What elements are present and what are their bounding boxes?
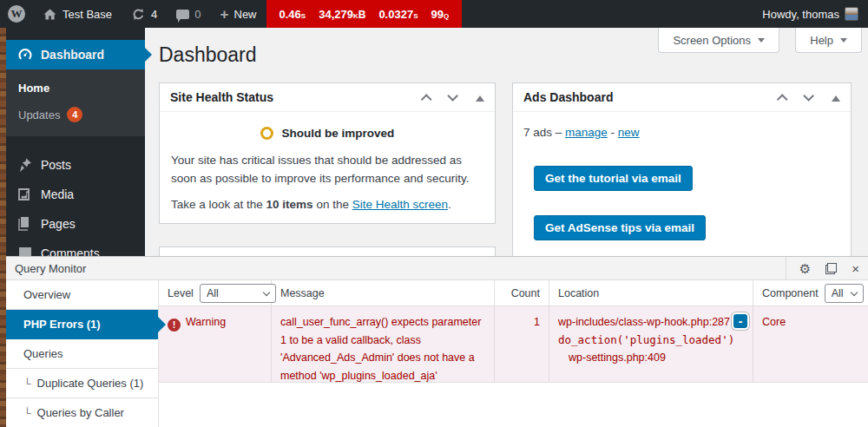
component-filter-select[interactable]: All bbox=[825, 284, 864, 303]
health-description: Your site has critical issues that shoul… bbox=[160, 140, 495, 188]
widget-header: Ads Dashboard bbox=[513, 83, 851, 112]
location-parent-line: wp-settings.php:409 bbox=[558, 349, 744, 367]
sidebar-item-label: Pages bbox=[41, 217, 76, 231]
health-status-text: Should be improved bbox=[282, 127, 395, 140]
screen-options-button[interactable]: Screen Options bbox=[658, 28, 779, 53]
comments-menu[interactable]: 0 bbox=[167, 0, 210, 28]
update-count: 4 bbox=[151, 8, 157, 21]
help-button[interactable]: Help bbox=[795, 28, 862, 53]
db-query-count: 99q bbox=[431, 8, 450, 21]
new-ad-link[interactable]: new bbox=[618, 126, 640, 139]
link-line-prefix: Take a look at the bbox=[171, 198, 266, 211]
level-filter-select[interactable]: All bbox=[200, 284, 276, 303]
qm-panel-title: Query Monitor bbox=[15, 262, 86, 275]
qm-nav: Overview PHP Errors (1) Queries Duplicat… bbox=[6, 280, 159, 427]
collapse-toggle-icon[interactable] bbox=[476, 91, 484, 102]
count-column-header: Count bbox=[511, 287, 540, 299]
home-icon bbox=[43, 7, 57, 22]
screen-options-label: Screen Options bbox=[673, 34, 751, 47]
update-icon bbox=[131, 7, 146, 22]
location-caller-line: do_action('plugins_loaded') bbox=[558, 332, 744, 350]
submenu-item-updates[interactable]: Updates 4 bbox=[6, 101, 145, 128]
wordpress-menu[interactable]: W bbox=[0, 0, 33, 28]
link-line-suffix: . bbox=[448, 198, 451, 211]
warning-icon: ! bbox=[168, 319, 181, 332]
location-cell: wp-includes/class-wp-hook.php:287 do_act… bbox=[549, 306, 753, 382]
link-line-mid: on the bbox=[313, 198, 352, 211]
qm-nav-php-errors[interactable]: PHP Errors (1) bbox=[6, 310, 158, 339]
message-column-header: Message bbox=[280, 287, 325, 299]
sidebar-item-posts[interactable]: Posts bbox=[6, 150, 145, 180]
health-status-line: Should be improved bbox=[160, 127, 495, 140]
widget-title: Site Health Status bbox=[170, 90, 273, 104]
new-content-menu[interactable]: + New bbox=[211, 0, 266, 28]
move-up-icon[interactable] bbox=[421, 94, 432, 105]
my-account-menu[interactable]: Howdy, thomas bbox=[753, 7, 868, 21]
new-label: New bbox=[234, 8, 257, 21]
sidebar-item-label: Media bbox=[41, 187, 74, 201]
level-column-header: Level bbox=[168, 287, 194, 299]
php-warning-row: !Warning call_user_func_array() expects … bbox=[159, 306, 868, 383]
updates-count-badge: 4 bbox=[67, 107, 82, 122]
qm-nav-queries-by-caller[interactable]: Queries by Caller bbox=[6, 398, 158, 427]
warning-level-text: Warning bbox=[186, 316, 226, 328]
media-icon bbox=[16, 186, 34, 203]
qm-nav-queries[interactable]: Queries bbox=[6, 339, 158, 369]
menu-separator bbox=[6, 136, 145, 150]
submenu-item-label: Home bbox=[18, 82, 49, 95]
qm-popout-window-icon[interactable] bbox=[825, 263, 837, 274]
query-monitor-panel: Query Monitor ⚙ × Overview PHP Errors (1… bbox=[6, 256, 868, 427]
submenu-item-label: Updates bbox=[18, 108, 60, 122]
comment-count: 0 bbox=[194, 8, 201, 21]
submenu-item-home[interactable]: Home bbox=[6, 76, 145, 101]
ads-count-line: 7 ads – manage - new bbox=[513, 112, 851, 139]
dashboard-submenu: Home Updates 4 bbox=[6, 69, 145, 136]
page-title: Dashboard bbox=[159, 43, 257, 67]
items-count-text: 10 items bbox=[266, 198, 313, 211]
move-down-icon[interactable] bbox=[803, 90, 814, 102]
component-column-header: Component bbox=[762, 287, 819, 299]
updates-menu[interactable]: 4 bbox=[122, 0, 167, 28]
site-health-screen-link[interactable]: Site Health screen bbox=[352, 198, 448, 211]
component-cell: Core bbox=[753, 306, 868, 382]
qm-nav-overview[interactable]: Overview bbox=[6, 280, 158, 310]
message-cell: call_user_func_array() expects parameter… bbox=[272, 306, 495, 382]
manage-ads-link[interactable]: manage bbox=[565, 126, 608, 139]
pushpin-icon bbox=[16, 156, 34, 174]
site-name-menu[interactable]: Test Base bbox=[33, 0, 122, 28]
caret-down-icon bbox=[758, 38, 765, 46]
collapse-toggle-icon[interactable] bbox=[832, 91, 840, 102]
sidebar-item-media[interactable]: Media bbox=[6, 180, 145, 209]
howdy-text: Howdy, thomas bbox=[762, 8, 839, 21]
move-down-icon[interactable] bbox=[447, 90, 458, 102]
memory-usage: 34,279kB bbox=[319, 8, 365, 21]
site-name: Test Base bbox=[62, 8, 112, 21]
caret-down-icon bbox=[840, 38, 847, 46]
qm-close-icon[interactable]: × bbox=[852, 262, 859, 275]
help-label: Help bbox=[810, 34, 833, 47]
health-status-ring-icon bbox=[260, 127, 273, 140]
wordpress-logo-icon: W bbox=[8, 5, 25, 23]
db-query-time: 0.0327s bbox=[378, 8, 418, 21]
adsense-tips-email-button[interactable]: Get AdSense tips via email bbox=[534, 215, 706, 240]
comment-icon bbox=[176, 10, 189, 19]
ads-count-text: 7 ads – bbox=[523, 126, 565, 139]
qm-settings-gear-icon[interactable]: ⚙ bbox=[799, 262, 811, 275]
site-health-widget: Site Health Status Should be improved Yo… bbox=[159, 82, 496, 224]
avatar bbox=[845, 7, 858, 21]
location-file-line: wp-includes/class-wp-hook.php:287 bbox=[558, 313, 744, 332]
sidebar-item-label: Dashboard bbox=[41, 48, 104, 62]
sidebar-item-label: Posts bbox=[41, 158, 71, 172]
collapse-stack-trace-button[interactable]: - bbox=[732, 312, 749, 330]
sidebar-item-pages[interactable]: Pages bbox=[6, 209, 145, 239]
health-link-line: Take a look at the 10 items on the Site … bbox=[160, 188, 495, 211]
query-monitor-stats-badge[interactable]: 0.46s 34,279kB 0.0327s 99q bbox=[266, 0, 463, 28]
move-up-icon[interactable] bbox=[777, 94, 788, 105]
sidebar-item-dashboard[interactable]: Dashboard bbox=[6, 40, 145, 69]
pages-icon bbox=[16, 215, 34, 233]
qm-title-bar[interactable]: Query Monitor ⚙ × bbox=[6, 257, 868, 280]
tutorial-email-button[interactable]: Get the tutorial via email bbox=[534, 166, 693, 191]
count-cell: 1 bbox=[495, 306, 549, 382]
qm-nav-duplicate-queries[interactable]: Duplicate Queries (1) bbox=[6, 369, 158, 398]
level-cell: !Warning bbox=[159, 306, 272, 382]
